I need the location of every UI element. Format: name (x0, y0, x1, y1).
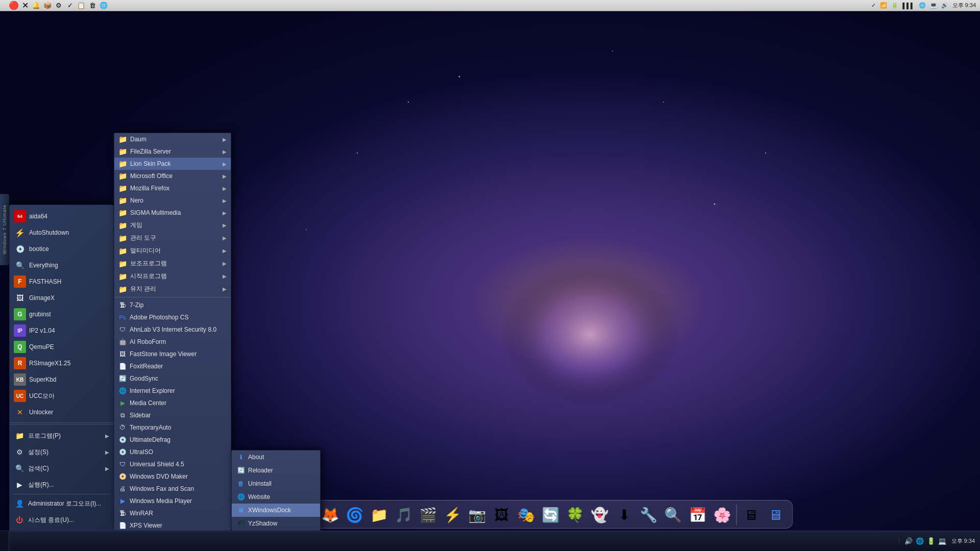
dock-item-explorer[interactable]: 📁 (367, 503, 390, 527)
start-item-qemupe[interactable]: Q QemuPE (10, 339, 113, 355)
prog-item-accessory[interactable]: 📁 보조프로그램 ▶ (114, 257, 231, 270)
lion-item-reloader[interactable]: 🔄 Reloader (232, 464, 320, 477)
unlocker-icon: ✕ (14, 406, 26, 418)
lion-item-website[interactable]: 🌐 Website (232, 490, 320, 504)
dock-item-firefox[interactable]: 🦊 (318, 503, 341, 527)
start-item-rsimageX[interactable]: R RSImageX1.25 (10, 355, 113, 371)
start-item-gimagex[interactable]: 🖼 GimageX (10, 290, 113, 306)
topbar-icon-red[interactable]: 🔴 (9, 1, 18, 10)
dock-item-ghost[interactable]: 👻 (587, 503, 611, 527)
start-item-admin-logout[interactable]: 👤 Administrator 로그오프(I)... (10, 495, 113, 512)
prog-app-winrar[interactable]: 🗜 WinRAR (114, 507, 231, 519)
foxit-label: FoxitReader (130, 363, 163, 370)
prog-app-dvd-maker[interactable]: 📀 Windows DVD Maker (114, 470, 231, 483)
dock-item-iphoto[interactable]: 🌸 (710, 503, 733, 527)
start-item-run[interactable]: ▶ 실행(R)... (10, 477, 113, 493)
lion-item-xwindowsdock[interactable]: 🖥 XWindowsDock (232, 504, 320, 517)
prog-item-admin-tools[interactable]: 📁 관리 도구 ▶ (114, 232, 231, 244)
start-item-aida64[interactable]: 64 aida64 (10, 208, 113, 224)
prog-app-temporary-auto[interactable]: ⏱ TemporaryAuto (114, 421, 231, 434)
prog-app-ultimate-defrag[interactable]: 💿 UltimateDefrag (114, 434, 231, 446)
dock-item-search[interactable]: 🔍 (661, 503, 684, 527)
prog-app-sidebar[interactable]: ⧉ Sidebar (114, 409, 231, 421)
prog-item-startup[interactable]: 📁 시작프로그램 ▶ (114, 270, 231, 283)
prog-item-lion-skin[interactable]: 📁 Lion Skin Pack ▶ (114, 158, 231, 170)
dock-item-lightning[interactable]: ⚡ (440, 503, 464, 527)
prog-item-filezilla[interactable]: 📁 FileZilla Server ▶ (114, 145, 231, 158)
svg-point-6 (663, 102, 664, 103)
start-item-settings[interactable]: ⚙ 설정(S) ▶ (10, 444, 113, 460)
prog-item-games[interactable]: 📁 게임 ▶ (114, 219, 231, 232)
prog-app-ultraiso[interactable]: 💿 UltraISO (114, 446, 231, 458)
prog-app-fax-scan[interactable]: 🖨 Windows Fax and Scan (114, 483, 231, 495)
topbar-icon-gear[interactable]: ⚙ (54, 1, 63, 10)
prog-app-faststone[interactable]: 🖼 FastStone Image Viewer (114, 348, 231, 360)
start-item-programs[interactable]: 📁 프로그램(P) ▶ (10, 428, 113, 444)
prog-app-goodsync[interactable]: 🔄 GoodSync (114, 372, 231, 385)
dock-item-video[interactable]: 🎬 (416, 503, 439, 527)
lion-item-about[interactable]: ℹ About (232, 450, 320, 464)
lion-item-uninstall[interactable]: 🗑 Uninstall (232, 477, 320, 490)
dock-item-app3[interactable]: 🎭 (514, 503, 537, 527)
start-item-uccmo[interactable]: UC UCC모아 (10, 388, 113, 404)
prog-item-multimedia[interactable]: 📁 멀티미디어 ▶ (114, 244, 231, 257)
prog-app-xps-viewer[interactable]: 📄 XPS Viewer (114, 519, 231, 531)
temporary-auto-label: TemporaryAuto (130, 424, 171, 431)
topbar-icon-check[interactable]: ✓ (65, 1, 75, 10)
dock-item-camera[interactable]: 📷 (465, 503, 488, 527)
prog-item-daum[interactable]: 📁 Daum ▶ (114, 133, 231, 145)
prog-app-ie[interactable]: 🌐 Internet Explorer (114, 385, 231, 397)
office-arrow: ▶ (223, 173, 227, 179)
prog-item-microsoft-office[interactable]: 📁 Microsoft Office ▶ (114, 170, 231, 182)
dock-item-finder2[interactable]: 🖥 (764, 503, 787, 527)
dock-item-sync[interactable]: 🔄 (538, 503, 562, 527)
prog-app-adobe-ps[interactable]: Ps Adobe Photoshop CS (114, 311, 231, 323)
prog-item-sigma[interactable]: 📁 SIGMA Multimedia ▶ (114, 207, 231, 219)
topbar-icon-net[interactable]: 🌐 (99, 1, 108, 10)
tray-icon-pc[interactable]: 💻 (938, 537, 946, 545)
tray-icon-sound[interactable]: 🔊 (904, 537, 913, 545)
topbar-icon-bell[interactable]: 🔔 (32, 1, 41, 10)
dock-item-calendar[interactable]: 📅 (685, 503, 709, 527)
grubinst-icon: G (14, 308, 26, 320)
lion-item-yzshadow[interactable]: 🌑 YzShadow (232, 517, 320, 530)
tray-icon-network[interactable]: 🌐 (916, 537, 924, 545)
prog-app-universal-shield[interactable]: 🛡 Universal Shield 4.5 (114, 458, 231, 470)
aida64-label: aida64 (29, 213, 47, 220)
dock-item-torrent[interactable]: ⬇ (612, 503, 635, 527)
start-item-bootice[interactable]: 💿 bootice (10, 241, 113, 257)
start-item-ip2[interactable]: IP IP2 v1.04 (10, 322, 113, 339)
start-item-shutdown[interactable]: ⏻ 시스템 종료(U)... (10, 512, 113, 528)
topbar-icon-clip[interactable]: 📋 (77, 1, 86, 10)
dock-item-finder1[interactable]: 🖥 (739, 503, 763, 527)
dock-item-remote[interactable]: 🔧 (636, 503, 660, 527)
accessory-label: 보조프로그램 (130, 259, 167, 268)
start-item-fasthash[interactable]: F FASTHASH (10, 273, 113, 290)
prog-app-media-player[interactable]: ▶ Windows Media Player (114, 495, 231, 507)
start-item-grubinst[interactable]: G grubinst (10, 306, 113, 322)
start-item-search[interactable]: 🔍 검색(C) ▶ (10, 460, 113, 477)
topbar-icon-close[interactable]: ✕ (20, 1, 30, 10)
prog-app-foxit[interactable]: 📄 FoxitReader (114, 360, 231, 372)
start-item-unlocker[interactable]: ✕ Unlocker (10, 404, 113, 420)
prog-app-media-center[interactable]: ▶ Media Center (114, 397, 231, 409)
prog-item-nero[interactable]: 📁 Nero ▶ (114, 194, 231, 207)
topbar-icon-trash[interactable]: 🗑 (88, 1, 97, 10)
about-icon: ℹ (237, 453, 245, 461)
dock-item-photos[interactable]: 🖼 (489, 503, 513, 527)
uninstall-label: Uninstall (248, 480, 272, 487)
prog-app-ahnlab[interactable]: 🛡 AhnLab V3 Internet Security 8.0 (114, 323, 231, 336)
tray-icon-battery[interactable]: 🔋 (927, 537, 935, 545)
start-item-everything[interactable]: 🔍 Everything (10, 257, 113, 273)
sidebar-tab[interactable]: Windows 7 Ultimate (0, 194, 9, 265)
prog-app-ai-roboform[interactable]: 🤖 AI RoboForm (114, 336, 231, 348)
start-item-superkbd[interactable]: KB SuperKbd (10, 371, 113, 388)
topbar-icon-box[interactable]: 📦 (43, 1, 52, 10)
prog-item-maintenance[interactable]: 📁 유지 관리 ▶ (114, 283, 231, 295)
prog-app-7zip[interactable]: 🗜 7-Zip (114, 299, 231, 311)
prog-item-mozilla[interactable]: 📁 Mozilla Firefox ▶ (114, 182, 231, 194)
dock-item-browser2[interactable]: 🌀 (342, 503, 366, 527)
start-item-autoshutdown[interactable]: ⚡ AutoShutdown (10, 224, 113, 241)
dock-item-itunes[interactable]: 🎵 (391, 503, 415, 527)
dock-item-clover[interactable]: 🍀 (563, 503, 586, 527)
